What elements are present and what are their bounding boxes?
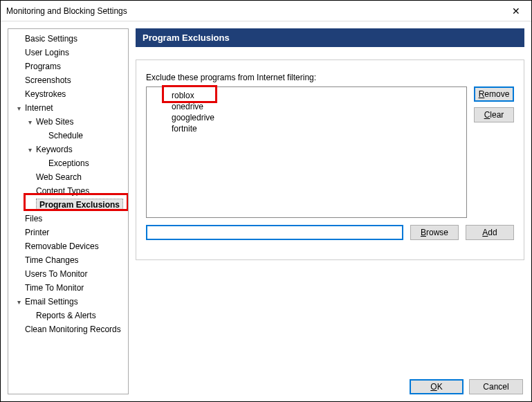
nav-email-settings[interactable]: ▾Email Settings [8, 295, 128, 309]
window-title: Monitoring and Blocking Settings [6, 6, 127, 16]
nav-removable-devices[interactable]: Removable Devices [8, 239, 128, 253]
list-item[interactable]: onedrive [172, 101, 466, 112]
settings-window: Monitoring and Blocking Settings ✕ Basic… [0, 0, 532, 402]
chevron-down-icon: ▾ [25, 117, 35, 127]
list-item[interactable]: fortnite [172, 123, 466, 134]
list-item[interactable]: googledrive [172, 112, 466, 123]
exclusions-group: Exclude these programs from Internet fil… [136, 60, 524, 260]
program-path-input[interactable] [146, 225, 403, 240]
nav-exceptions[interactable]: Exceptions [8, 156, 128, 170]
chevron-down-icon: ▾ [14, 297, 24, 307]
chevron-down-icon: ▾ [14, 103, 24, 113]
nav-web-sites[interactable]: ▾Web Sites [8, 115, 128, 129]
nav-reports-alerts[interactable]: Reports & Alerts [8, 309, 128, 322]
add-button[interactable]: Add [466, 225, 514, 240]
nav-program-exclusions[interactable]: Program Exclusions [8, 198, 128, 212]
nav-tree: Basic Settings User Logins Programs Scre… [8, 32, 128, 336]
nav-time-changes[interactable]: Time Changes [8, 253, 128, 267]
nav-time-to-monitor[interactable]: Time To Monitor [8, 281, 128, 295]
close-icon: ✕ [512, 6, 520, 17]
group-label: Exclude these programs from Internet fil… [146, 73, 514, 82]
remove-button[interactable]: Remove [474, 86, 514, 102]
nav-screenshots[interactable]: Screenshots [8, 73, 128, 87]
window-body: Basic Settings User Logins Programs Scre… [1, 21, 531, 401]
titlebar: Monitoring and Blocking Settings ✕ [1, 1, 531, 21]
chevron-down-icon: ▾ [25, 145, 35, 154]
nav-content-types[interactable]: Content Types [8, 184, 128, 198]
sidebar: Basic Settings User Logins Programs Scre… [8, 28, 129, 394]
list-item[interactable]: roblox [172, 90, 466, 101]
nav-web-search[interactable]: Web Search [8, 170, 128, 184]
nav-programs[interactable]: Programs [8, 60, 128, 73]
nav-files[interactable]: Files [8, 212, 128, 226]
nav-keystrokes[interactable]: Keystrokes [8, 87, 128, 101]
clear-button[interactable]: Clear [474, 107, 514, 122]
nav-internet[interactable]: ▾Internet [8, 101, 128, 115]
nav-clean-records[interactable]: Clean Monitoring Records [8, 322, 128, 336]
nav-users-to-monitor[interactable]: Users To Monitor [8, 267, 128, 281]
exclusions-listbox[interactable]: roblox onedrive googledrive fortnite [146, 86, 467, 218]
nav-printer[interactable]: Printer [8, 226, 128, 239]
cancel-button[interactable]: Cancel [469, 379, 523, 394]
section-header: Program Exclusions [136, 28, 524, 47]
nav-schedule[interactable]: Schedule [8, 129, 128, 143]
main-panel: Program Exclusions Exclude these program… [136, 28, 524, 394]
nav-keywords[interactable]: ▾Keywords [8, 143, 128, 156]
close-button[interactable]: ✕ [500, 1, 531, 21]
dialog-footer: OK Cancel [410, 379, 523, 394]
nav-user-logins[interactable]: User Logins [8, 46, 128, 60]
nav-basic-settings[interactable]: Basic Settings [8, 32, 128, 46]
ok-button[interactable]: OK [410, 379, 464, 394]
browse-button[interactable]: Browse [410, 225, 459, 240]
